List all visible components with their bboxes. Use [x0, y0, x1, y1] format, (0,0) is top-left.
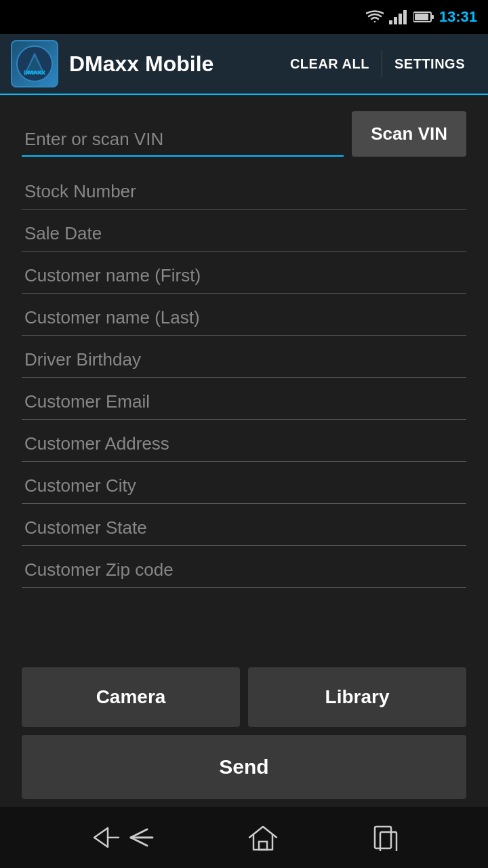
vin-input-wrap: [22, 123, 344, 157]
status-icons: 13:31: [366, 8, 477, 26]
customer-email-input[interactable]: [24, 391, 464, 412]
svg-rect-0: [389, 20, 392, 24]
svg-rect-5: [431, 15, 434, 19]
stock-number-field: [22, 169, 466, 210]
status-bar: 13:31: [0, 0, 488, 34]
stock-number-input[interactable]: [24, 181, 464, 202]
svg-text:DMAXX: DMAXX: [23, 69, 45, 76]
customer-city-field: [22, 463, 466, 504]
camera-button[interactable]: Camera: [22, 667, 240, 727]
customer-city-input[interactable]: [24, 475, 464, 496]
bottom-buttons: Camera Library Send: [0, 654, 488, 807]
main-content: Scan VIN: [0, 95, 488, 654]
status-time: 13:31: [439, 8, 477, 26]
vin-input[interactable]: [22, 123, 344, 155]
svg-rect-6: [415, 14, 428, 20]
customer-email-field: [22, 379, 466, 420]
recents-icon: [371, 824, 401, 851]
customer-first-name-input[interactable]: [24, 265, 464, 286]
svg-rect-11: [259, 842, 267, 850]
customer-address-field: [22, 421, 466, 462]
app-title: DMaxx Mobile: [69, 52, 278, 77]
wifi-icon: [366, 9, 384, 24]
back-nav-icon: [121, 825, 155, 850]
svg-rect-3: [403, 10, 407, 24]
sale-date-input[interactable]: [24, 223, 464, 244]
app-bar-actions: CLEAR ALL SETTINGS: [278, 50, 477, 79]
recents-button[interactable]: [371, 824, 401, 851]
svg-rect-1: [394, 17, 397, 24]
customer-address-input[interactable]: [24, 433, 464, 454]
customer-zip-input[interactable]: [24, 559, 464, 580]
svg-rect-12: [375, 827, 391, 848]
back-button[interactable]: [87, 825, 155, 850]
app-logo: DMAXX: [11, 40, 58, 87]
customer-last-name-field: [22, 295, 466, 336]
customer-zip-field: [22, 547, 466, 588]
nav-bar: [0, 807, 488, 868]
customer-state-input[interactable]: [24, 517, 464, 538]
vin-row: Scan VIN: [22, 111, 466, 157]
customer-last-name-input[interactable]: [24, 307, 464, 328]
driver-birthday-input[interactable]: [24, 349, 464, 370]
send-button[interactable]: Send: [22, 735, 466, 799]
settings-button[interactable]: SETTINGS: [382, 50, 477, 79]
customer-first-name-field: [22, 253, 466, 294]
app-logo-image: DMAXX: [16, 45, 54, 83]
camera-library-row: Camera Library: [22, 667, 466, 727]
home-icon: [248, 824, 278, 851]
clear-all-button[interactable]: CLEAR ALL: [278, 50, 382, 79]
customer-state-field: [22, 505, 466, 546]
home-button[interactable]: [248, 824, 278, 851]
app-bar: DMAXX DMaxx Mobile CLEAR ALL SETTINGS: [0, 34, 488, 95]
sale-date-field: [22, 211, 466, 252]
driver-birthday-field: [22, 337, 466, 378]
back-icon: [87, 825, 121, 850]
library-button[interactable]: Library: [248, 667, 466, 727]
scan-vin-button[interactable]: Scan VIN: [352, 111, 466, 157]
svg-rect-2: [399, 14, 402, 24]
battery-icon: [413, 11, 434, 23]
signal-icon: [389, 9, 408, 24]
